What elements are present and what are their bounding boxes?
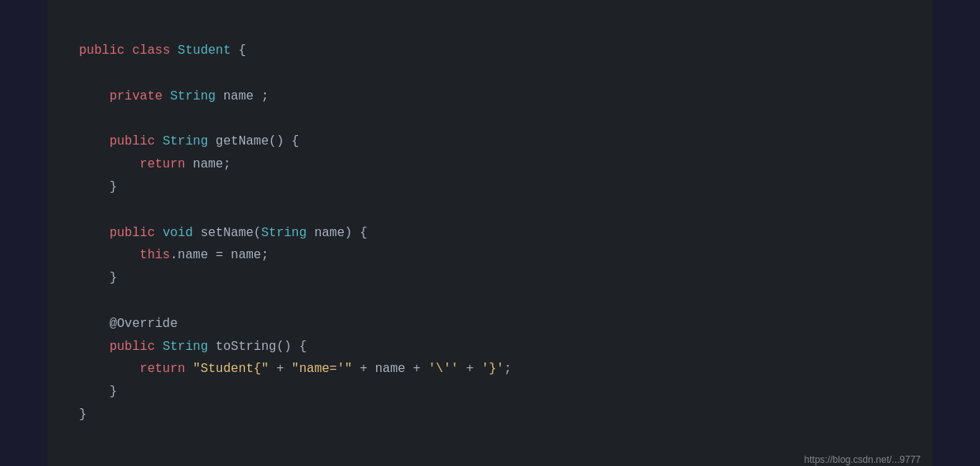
type-void: void bbox=[163, 226, 193, 240]
type-string-4: String bbox=[163, 340, 209, 354]
type-string-2: String bbox=[163, 134, 209, 148]
keyword-this: this bbox=[140, 248, 170, 262]
keyword-public-4: public bbox=[109, 340, 155, 354]
keyword-private: private bbox=[109, 89, 162, 103]
string-4: '}' bbox=[481, 362, 504, 376]
string-2: "name='" bbox=[292, 362, 352, 376]
keyword-class: class bbox=[132, 43, 170, 58]
type-string-3: String bbox=[261, 226, 307, 240]
keyword-public-3: public bbox=[109, 226, 155, 240]
string-3: '\'' bbox=[428, 362, 458, 376]
type-string-1: String bbox=[170, 89, 216, 103]
keyword-return-2: return bbox=[140, 362, 186, 376]
keyword-return-1: return bbox=[140, 157, 186, 171]
class-name: Student bbox=[178, 43, 231, 58]
keyword-public: public bbox=[79, 43, 125, 58]
watermark: https://blog.csdn.net/...9777 bbox=[805, 454, 921, 465]
code-editor: public class Student { private String na… bbox=[47, 0, 933, 466]
code-content: public class Student { private String na… bbox=[79, 17, 901, 449]
annotation-override: @Override bbox=[109, 317, 177, 331]
keyword-public-2: public bbox=[109, 134, 155, 148]
string-1: "Student{" bbox=[193, 362, 269, 376]
